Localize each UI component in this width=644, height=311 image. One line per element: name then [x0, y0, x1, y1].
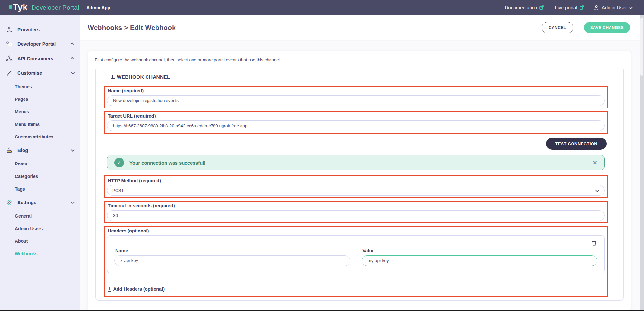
plus-icon: + [108, 286, 111, 292]
name-field-label: Name (required) [108, 88, 605, 93]
sidebar-item-general[interactable]: General [0, 210, 80, 222]
target-url-field-label: Target URL (required) [108, 113, 605, 118]
sidebar-item-tags[interactable]: Tags [0, 183, 80, 195]
sidebar-item-categories[interactable]: Categories [0, 170, 80, 183]
webhook-form-panel: First configure the webhook channel, the… [88, 51, 631, 311]
sidebar-item-api-consumers[interactable]: API Consumers [0, 51, 80, 66]
headers-field-label: Headers (optional) [108, 228, 605, 233]
documentation-label: Documentation [505, 5, 537, 10]
sidebar-item-admin-users[interactable]: Admin Users [0, 222, 80, 235]
chevron-down-icon [71, 148, 75, 151]
header-name-input[interactable] [114, 255, 350, 266]
providers-icon [6, 26, 14, 33]
page-body: First configure the webhook channel, the… [80, 40, 640, 311]
external-link-icon [579, 5, 584, 10]
api-consumers-icon [6, 55, 14, 62]
annotation-box-timeout: Timeout in seconds (required) [104, 201, 608, 223]
top-navbar: Tyk Developer Portal Admin App Documenta… [0, 0, 644, 15]
sidebar-item-themes[interactable]: Themes [0, 80, 80, 93]
success-banner: ✓ Your connection was successful! ✕ [107, 155, 605, 170]
timeout-field-label: Timeout in seconds (required) [108, 203, 605, 208]
sidebar-item-posts[interactable]: Posts [0, 157, 80, 170]
live-portal-link[interactable]: Live portal [555, 5, 584, 10]
sidebar-item-providers[interactable]: Providers [0, 22, 80, 37]
sidebar-item-about[interactable]: About [0, 235, 80, 247]
header-value-input[interactable] [362, 255, 598, 266]
header-name-label: Name [115, 248, 350, 253]
close-icon[interactable]: ✕ [593, 160, 597, 165]
tyk-leaf-icon [9, 5, 12, 9]
sidebar-item-label: Settings [17, 200, 36, 205]
annotation-box-target-url: Target URL (required) [104, 111, 608, 134]
timeout-input[interactable] [107, 210, 605, 221]
name-input[interactable] [107, 95, 605, 106]
cancel-button[interactable]: CANCEL [542, 22, 573, 33]
section-title: 1. WEBHOOK CHANNEL [111, 74, 608, 80]
sidebar-item-custom-attributes[interactable]: Custom attributes [0, 130, 80, 143]
check-circle-icon: ✓ [114, 158, 124, 167]
developer-portal-icon [6, 41, 14, 48]
chevron-up-icon [71, 42, 74, 46]
sidebar-item-pages[interactable]: Pages [0, 93, 80, 105]
success-message: Your connection was successful! [129, 160, 205, 165]
sidebar-item-label: Customise [17, 70, 42, 76]
http-method-select[interactable]: POST [107, 185, 605, 196]
blog-icon [6, 147, 14, 154]
sidebar-item-developer-portal[interactable]: Developer Portal [0, 37, 80, 51]
annotation-box-headers: Headers (optional) Name Value [104, 226, 608, 297]
sidebar-item-menu-items[interactable]: Menu Items [0, 118, 80, 130]
external-link-icon [539, 5, 544, 10]
chevron-down-icon [71, 200, 75, 203]
chevron-down-icon [71, 71, 75, 74]
save-changes-button[interactable]: SAVE CHANGES [584, 22, 630, 33]
intro-text: First configure the webhook channel, the… [95, 57, 631, 62]
main-content: Webhooks > Edit Webhook CANCEL SAVE CHAN… [80, 15, 644, 311]
documentation-link[interactable]: Documentation [505, 5, 544, 10]
webhook-channel-section: 1. WEBHOOK CHANNEL Name (required) Targe… [95, 67, 624, 301]
header-value-label: Value [363, 248, 598, 253]
http-method-value: POST [112, 188, 124, 193]
sidebar-item-label: API Consumers [17, 56, 53, 61]
user-menu[interactable]: Admin User [593, 5, 632, 11]
scrollbar-thumb[interactable] [640, 18, 643, 76]
logo-text: Tyk [13, 3, 28, 12]
user-icon [593, 5, 600, 11]
target-url-input[interactable] [107, 120, 605, 131]
settings-gear-icon [6, 199, 14, 206]
chevron-up-icon [71, 57, 74, 61]
add-headers-link[interactable]: + Add Headers (optional) [108, 286, 165, 292]
user-name: Admin User [602, 5, 627, 10]
sidebar-item-webhooks[interactable]: Webhooks [0, 247, 80, 260]
tyk-logo[interactable]: Tyk Developer Portal [9, 3, 79, 12]
chevron-down-icon [595, 188, 599, 192]
delete-header-button[interactable] [591, 240, 597, 246]
sidebar-item-label: Blog [17, 147, 28, 153]
live-portal-label: Live portal [555, 5, 577, 10]
customise-icon [6, 70, 14, 77]
sidebar-item-label: Developer Portal [17, 41, 56, 47]
annotation-box-name: Name (required) [104, 86, 608, 108]
page-title: Webhooks > Edit Webhook [88, 24, 176, 32]
sidebar: Providers Developer Portal API Consumers… [0, 15, 80, 311]
app-label: Admin App [86, 5, 110, 10]
headers-row-box: Name Value [107, 235, 605, 273]
page-header: Webhooks > Edit Webhook CANCEL SAVE CHAN… [80, 15, 644, 40]
sidebar-item-blog[interactable]: Blog [0, 143, 80, 157]
chevron-down-icon [629, 5, 633, 9]
http-method-field-label: HTTP Method (required) [108, 178, 605, 183]
sidebar-item-menus[interactable]: Menus [0, 105, 80, 118]
header-row: Name Value [114, 248, 597, 266]
sidebar-item-label: Providers [17, 27, 40, 32]
sidebar-item-settings[interactable]: Settings [0, 195, 80, 210]
vertical-scrollbar[interactable] [640, 15, 644, 311]
test-connection-button[interactable]: TEST CONNECTION [546, 138, 607, 150]
annotation-box-http-method: HTTP Method (required) POST [104, 175, 608, 198]
sidebar-item-customise[interactable]: Customise [0, 66, 80, 80]
product-name: Developer Portal [32, 4, 79, 11]
bottom-edge [0, 310, 644, 311]
